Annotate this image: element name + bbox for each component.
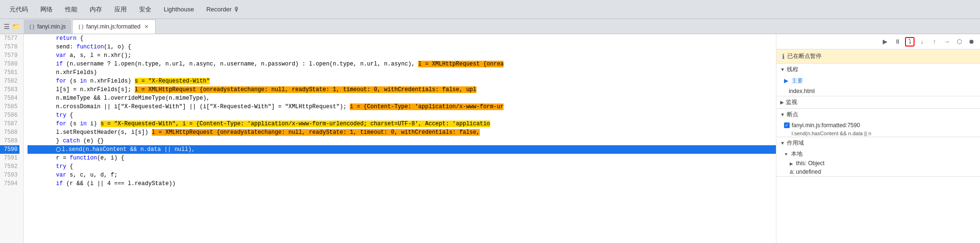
breakpoints-section-header[interactable]: ▼ 断点 — [776, 109, 980, 121]
nav-application[interactable]: 应用 — [109, 2, 132, 17]
scope-arrow-icon: ▼ — [780, 140, 785, 146]
main-thread-item[interactable]: ▶ 主要 — [776, 75, 980, 86]
line-num-7590[interactable]: 断点 7590 — [0, 145, 19, 154]
breakpoint-checkbox[interactable]: ✓ — [784, 122, 790, 128]
tab-close-button[interactable]: ✕ — [143, 24, 149, 30]
code-area[interactable]: 7577 7578 7579 7580 7581 7582 7583 7584 … — [0, 34, 776, 243]
line-numbers: 7577 7578 7579 7580 7581 7582 7583 7584 … — [0, 34, 24, 243]
nav-memory[interactable]: 内存 — [84, 2, 108, 17]
code-panel: 7577 7578 7579 7580 7581 7582 7583 7584 … — [0, 34, 776, 243]
breakpoint-item-1[interactable]: ✓ fanyi.min.js:formatted:7590 — [776, 121, 980, 130]
line-num-7592: 7592 — [0, 162, 19, 171]
nav-network[interactable]: 网络 — [35, 2, 58, 17]
code-line-7584: n.mimeType && l.overrideMimeType(n.mimeT… — [28, 94, 776, 103]
deactivate-breakpoints-button[interactable]: ⬡ — [954, 37, 964, 47]
line-num-7578: 7578 — [0, 43, 19, 51]
scope-section: ▼ 作用域 ▼ 本地 ▶ this: Object a: undefined — [776, 137, 980, 177]
line-num-7580: 7580 — [0, 60, 19, 68]
code-line-7578: send: function(i, o) { — [28, 43, 776, 51]
scope-this-item[interactable]: ▶ this: Object — [776, 159, 980, 168]
line-num-7584: 7584 — [0, 94, 19, 103]
step-button[interactable]: → — [942, 37, 952, 47]
step-over-button[interactable]: ⤵ — [905, 37, 915, 47]
code-line-7583: l[s] = n.xhrFields[s]; l = XMLHttpReques… — [28, 85, 776, 94]
pause-exceptions-button[interactable]: ⏺ — [967, 37, 976, 47]
line-num-7579: 7579 — [0, 51, 19, 60]
scope-a-item: a: undefined — [776, 168, 980, 176]
tab-fanyi-formatted[interactable]: { } fanyi.min.js:formatted ✕ — [72, 19, 155, 34]
code-line-7590: l.send(n.hasContent && n.data || null), — [28, 145, 776, 154]
line-num-7585: 7585 — [0, 103, 19, 111]
active-thread-icon: ▶ — [784, 77, 790, 84]
code-line-7581: n.xhrFields) — [28, 68, 776, 77]
local-scope-label: 本地 — [791, 150, 803, 157]
breakpoints-section: ▼ 断点 ✓ fanyi.min.js:formatted:7590 l.sen… — [776, 109, 980, 137]
breakpoint-file-label: fanyi.min.js:formatted:7590 — [792, 122, 860, 129]
breakpoints-arrow-icon: ▼ — [780, 112, 785, 117]
index-file-item: index.html — [776, 86, 980, 96]
tab-label-1: fanyi.min.js — [37, 23, 65, 30]
step-into-button[interactable]: ↓ — [917, 37, 927, 47]
scope-this-expand-icon: ▶ — [790, 161, 793, 166]
code-line-7577: return { — [28, 34, 776, 43]
code-line-7587: for (s in i) s = "X-Requested-With", i =… — [28, 120, 776, 128]
code-line-7586: try { — [28, 111, 776, 120]
line-num-7587: 7587 — [0, 120, 19, 128]
line-num-7591: 7591 — [0, 154, 19, 162]
thread-arrow-icon: ▼ — [780, 67, 785, 72]
main-thread-label: 主要 — [792, 77, 803, 84]
code-line-7579: var a, s, l = n.xhr(); — [28, 51, 776, 60]
scope-this-label: this: Object — [796, 160, 824, 167]
paused-text: 已在断点暂停 — [787, 52, 821, 60]
line-num-7594: 7594 — [0, 179, 19, 188]
thread-section: ▼ 线程 ▶ 主要 index.html — [776, 64, 980, 96]
pause-button[interactable]: ⏸ — [893, 37, 902, 47]
code-line-7580: if (n.username ? l.open(n.type, n.url, n… — [28, 60, 776, 68]
info-icon: ℹ — [782, 53, 784, 60]
local-scope-item[interactable]: ▼ 本地 — [776, 149, 980, 159]
code-line-7591: r = function(e, i) { — [28, 154, 776, 162]
nav-performance[interactable]: 性能 — [59, 2, 83, 17]
line-num-7582: 7582 — [0, 77, 19, 85]
code-line-7593: var s, c, u, d, f; — [28, 171, 776, 179]
line-num-7589: 7589 — [0, 137, 19, 145]
scope-section-header[interactable]: ▼ 作用域 — [776, 137, 980, 149]
nav-source[interactable]: 元代码 — [4, 2, 34, 17]
nav-lighthouse[interactable]: Lighthouse — [158, 3, 200, 16]
tab-fanyi-min[interactable]: { } fanyi.min.js — [24, 19, 71, 34]
monitor-arrow-icon: ▶ — [780, 100, 784, 105]
line-num-7586: 7586 — [0, 111, 19, 120]
scope-a-label: a: undefined — [790, 168, 821, 175]
line-num-7593: 7593 — [0, 171, 19, 179]
paused-banner: ℹ 已在断点暂停 — [776, 49, 980, 64]
file-tree-icon[interactable]: 📁 — [12, 23, 20, 30]
tab-icon-1: { } — [29, 24, 34, 29]
monitor-section: ▶ 监视 — [776, 96, 980, 109]
tab-bar: ☰ 📁 { } fanyi.min.js { } fanyi.min.js:fo… — [0, 19, 980, 34]
sidebar-toggle-icon[interactable]: ☰ — [4, 23, 10, 30]
code-line-7588: l.setRequestHeader(s, i[s]) l = XMLHttpR… — [28, 128, 776, 137]
resume-button[interactable]: ▶ — [880, 37, 890, 47]
thread-section-header[interactable]: ▼ 线程 — [776, 64, 980, 75]
line-num-7588: 7588 — [0, 128, 19, 137]
code-line-7582: for (s in n.xhrFields) s = "X-Requested-… — [28, 77, 776, 85]
nav-recorder[interactable]: Recorder 🎙 — [201, 3, 245, 16]
code-line-7585: n.crossDomain || i["X-Requested-With"] |… — [28, 103, 776, 111]
scope-section-title: 作用域 — [787, 139, 804, 147]
tab-icon-2: { } — [78, 24, 83, 29]
nav-security[interactable]: 安全 — [133, 2, 157, 17]
monitor-section-header[interactable]: ▶ 监视 — [776, 96, 980, 108]
step-out-button[interactable]: ↑ — [930, 37, 939, 47]
index-file-label: index.html — [789, 88, 815, 94]
monitor-section-title: 监视 — [786, 98, 797, 106]
line-num-7577: 7577 — [0, 34, 19, 43]
line-num-7583: 7583 — [0, 85, 19, 94]
line-num-7581: 7581 — [0, 68, 19, 77]
local-scope-expand-icon: ▼ — [784, 152, 788, 157]
breakpoints-section-title: 断点 — [787, 111, 798, 119]
code-line-7594: if (r && (i || 4 === l.readyState)) — [28, 179, 776, 188]
code-line-7589: } catch (e) {} — [28, 137, 776, 145]
debug-toolbar: 下一步 ▶ ⏸ ⤵ ↓ ↑ → ⬡ ⏺ — [776, 34, 980, 49]
top-nav: 元代码 网络 性能 内存 应用 安全 Lighthouse Recorder 🎙 — [0, 0, 980, 19]
thread-section-title: 线程 — [787, 65, 798, 74]
